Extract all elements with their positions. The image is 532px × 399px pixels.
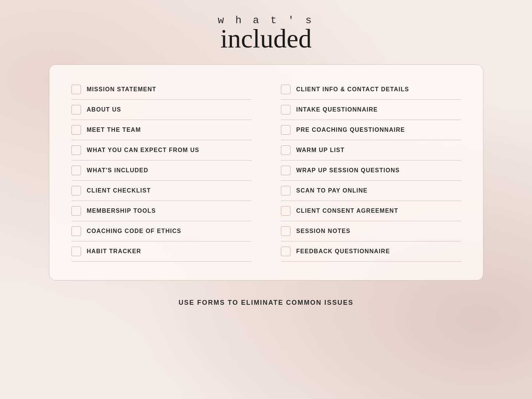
checklist-item-coaching-code-of-ethics[interactable]: COACHING CODE OF ETHICS	[71, 221, 251, 241]
checkbox-about-us[interactable]	[71, 105, 81, 114]
item-label-meet-the-team: MEET THE TEAM	[87, 127, 141, 133]
checkbox-client-info-contact[interactable]	[281, 85, 290, 94]
footer-text: USE FORMS TO ELIMINATE COMMON ISSUES	[179, 299, 353, 307]
checklist-item-client-info-contact[interactable]: CLIENT INFO & CONTACT DETAILS	[281, 80, 461, 100]
item-label-client-checklist: CLIENT CHECKLIST	[87, 187, 151, 194]
item-label-mission-statement: MISSION STATEMENT	[87, 86, 156, 93]
item-label-pre-coaching-questionnaire: PRE COACHING QUESTIONNAIRE	[296, 127, 405, 133]
item-label-about-us: ABOUT US	[87, 106, 121, 113]
checklist-item-feedback-questionnaire[interactable]: FEEDBACK QUESTIONNAIRE	[281, 241, 461, 262]
checklist-item-membership-tools[interactable]: MEMBERSHIP TOOLS	[71, 201, 251, 221]
checkbox-membership-tools[interactable]	[71, 206, 81, 216]
checklist-item-warm-up-list[interactable]: WARM UP LIST	[281, 140, 461, 160]
item-label-client-info-contact: CLIENT INFO & CONTACT DETAILS	[296, 86, 409, 93]
checkbox-what-you-can-expect[interactable]	[71, 145, 81, 155]
checkbox-wrap-up-session-questions[interactable]	[281, 166, 290, 175]
item-label-whats-included: WHAT'S INCLUDED	[87, 167, 149, 174]
checkbox-client-checklist[interactable]	[71, 186, 81, 195]
item-label-intake-questionnaire: INTAKE QUESTIONNAIRE	[296, 106, 378, 113]
checklist-item-client-checklist[interactable]: CLIENT CHECKLIST	[71, 181, 251, 201]
checkbox-client-consent-agreement[interactable]	[281, 206, 290, 216]
checkbox-scan-to-pay-online[interactable]	[281, 186, 290, 195]
checkbox-warm-up-list[interactable]	[281, 145, 290, 155]
item-label-wrap-up-session-questions: WRAP UP SESSION QUESTIONS	[296, 167, 400, 174]
checklist-item-session-notes[interactable]: SESSION NOTES	[281, 221, 461, 241]
item-label-warm-up-list: WARM UP LIST	[296, 147, 345, 153]
checkbox-coaching-code-of-ethics[interactable]	[71, 226, 81, 236]
checklist-item-habit-tracker[interactable]: HABIT TRACKER	[71, 241, 251, 262]
checkbox-intake-questionnaire[interactable]	[281, 105, 290, 114]
checkbox-session-notes[interactable]	[281, 226, 290, 236]
checklist-item-mission-statement[interactable]: MISSION STATEMENT	[71, 80, 251, 100]
checklist-item-pre-coaching-questionnaire[interactable]: PRE COACHING QUESTIONNAIRE	[281, 120, 461, 140]
item-label-membership-tools: MEMBERSHIP TOOLS	[87, 208, 156, 214]
item-label-habit-tracker: HABIT TRACKER	[87, 248, 141, 255]
page-header: w h a t ' s included	[218, 15, 314, 53]
left-column: MISSION STATEMENT ABOUT US MEET THE TEAM…	[71, 80, 251, 262]
checkbox-whats-included[interactable]	[71, 166, 81, 175]
checkbox-mission-statement[interactable]	[71, 85, 81, 94]
item-label-feedback-questionnaire: FEEDBACK QUESTIONNAIRE	[296, 248, 390, 255]
right-column: CLIENT INFO & CONTACT DETAILS INTAKE QUE…	[281, 80, 461, 262]
item-label-coaching-code-of-ethics: COACHING CODE OF ETHICS	[87, 228, 182, 234]
checkbox-habit-tracker[interactable]	[71, 247, 81, 256]
item-label-client-consent-agreement: CLIENT CONSENT AGREEMENT	[296, 208, 398, 214]
checkbox-pre-coaching-questionnaire[interactable]	[281, 125, 290, 135]
item-label-scan-to-pay-online: SCAN TO PAY ONLINE	[296, 187, 368, 194]
checklist-item-whats-included[interactable]: WHAT'S INCLUDED	[71, 160, 251, 181]
checkbox-meet-the-team[interactable]	[71, 125, 81, 135]
checklist-card: MISSION STATEMENT ABOUT US MEET THE TEAM…	[49, 64, 483, 280]
checklist-grid: MISSION STATEMENT ABOUT US MEET THE TEAM…	[71, 80, 461, 262]
checklist-item-intake-questionnaire[interactable]: INTAKE QUESTIONNAIRE	[281, 100, 461, 120]
checklist-item-what-you-can-expect[interactable]: WHAT YOU CAN EXPECT FROM US	[71, 140, 251, 160]
checklist-item-wrap-up-session-questions[interactable]: WRAP UP SESSION QUESTIONS	[281, 160, 461, 181]
checklist-item-client-consent-agreement[interactable]: CLIENT CONSENT AGREEMENT	[281, 201, 461, 221]
item-label-session-notes: SESSION NOTES	[296, 228, 350, 234]
item-label-what-you-can-expect: WHAT YOU CAN EXPECT FROM US	[87, 147, 200, 153]
checklist-item-meet-the-team[interactable]: MEET THE TEAM	[71, 120, 251, 140]
checklist-item-about-us[interactable]: ABOUT US	[71, 100, 251, 120]
included-label: included	[218, 24, 314, 53]
checklist-item-scan-to-pay-online[interactable]: SCAN TO PAY ONLINE	[281, 181, 461, 201]
checkbox-feedback-questionnaire[interactable]	[281, 247, 290, 256]
